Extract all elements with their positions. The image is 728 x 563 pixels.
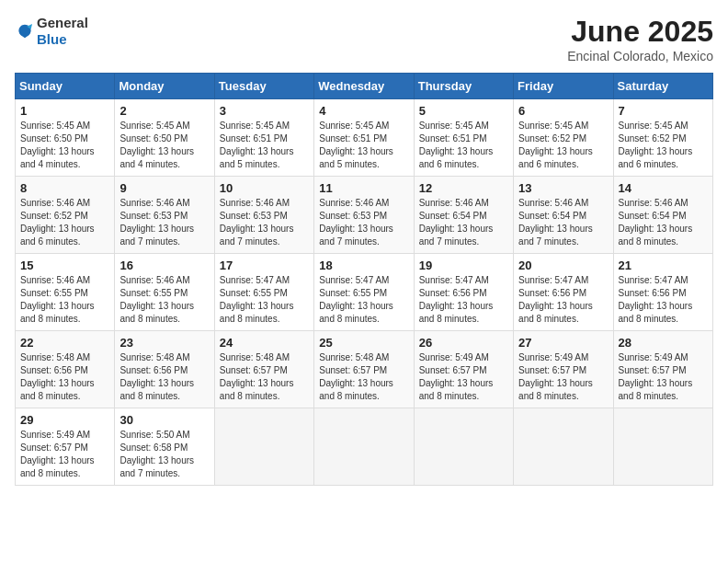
day-info: Sunrise: 5:45 AMSunset: 6:51 PMDaylight:…	[419, 120, 508, 171]
day-number: 8	[20, 181, 109, 195]
day-info: Sunrise: 5:48 AMSunset: 6:56 PMDaylight:…	[20, 351, 109, 403]
day-info: Sunrise: 5:49 AMSunset: 6:57 PMDaylight:…	[518, 351, 608, 403]
month-title: June 2025	[567, 15, 713, 49]
day-info: Sunrise: 5:47 AMSunset: 6:55 PMDaylight:…	[220, 274, 309, 326]
day-number: 6	[518, 104, 608, 118]
day-info: Sunrise: 5:48 AMSunset: 6:57 PMDaylight:…	[220, 351, 309, 403]
calendar-cell: 27Sunrise: 5:49 AMSunset: 6:57 PMDayligh…	[514, 331, 613, 408]
day-number: 13	[518, 181, 608, 195]
logo-text-block: General Blue	[37, 15, 88, 48]
day-info: Sunrise: 5:49 AMSunset: 6:57 PMDaylight:…	[20, 429, 109, 480]
calendar-cell: 26Sunrise: 5:49 AMSunset: 6:57 PMDayligh…	[414, 331, 513, 408]
day-number: 16	[119, 259, 209, 272]
calendar-week-1: 1Sunrise: 5:45 AMSunset: 6:50 PMDaylight…	[16, 99, 713, 177]
day-number: 7	[619, 104, 708, 118]
day-info: Sunrise: 5:45 AMSunset: 6:50 PMDaylight:…	[20, 120, 109, 171]
day-number: 15	[20, 259, 109, 272]
day-info: Sunrise: 5:46 AMSunset: 6:53 PMDaylight:…	[220, 197, 309, 248]
calendar-cell	[314, 408, 414, 486]
day-info: Sunrise: 5:47 AMSunset: 6:55 PMDaylight:…	[319, 274, 408, 326]
day-number: 17	[220, 259, 309, 272]
day-info: Sunrise: 5:45 AMSunset: 6:51 PMDaylight:…	[319, 120, 408, 171]
calendar-cell: 29Sunrise: 5:49 AMSunset: 6:57 PMDayligh…	[16, 408, 115, 486]
calendar-cell: 1Sunrise: 5:45 AMSunset: 6:50 PMDaylight…	[16, 99, 115, 177]
day-info: Sunrise: 5:46 AMSunset: 6:54 PMDaylight:…	[619, 197, 708, 248]
calendar-week-4: 22Sunrise: 5:48 AMSunset: 6:56 PMDayligh…	[16, 331, 713, 408]
calendar-cell	[613, 408, 712, 486]
calendar-cell	[414, 408, 513, 486]
day-number: 2	[119, 104, 209, 118]
calendar-cell: 20Sunrise: 5:47 AMSunset: 6:56 PMDayligh…	[514, 254, 613, 331]
calendar-cell: 2Sunrise: 5:45 AMSunset: 6:50 PMDaylight…	[115, 99, 214, 177]
day-info: Sunrise: 5:46 AMSunset: 6:53 PMDaylight:…	[319, 197, 408, 248]
day-number: 3	[220, 104, 309, 118]
title-block: June 2025 Encinal Colorado, Mexico	[567, 15, 713, 63]
day-number: 1	[20, 104, 109, 118]
calendar-header-row: SundayMondayTuesdayWednesdayThursdayFrid…	[16, 74, 713, 99]
calendar-cell: 9Sunrise: 5:46 AMSunset: 6:53 PMDaylight…	[115, 177, 214, 254]
calendar-cell: 21Sunrise: 5:47 AMSunset: 6:56 PMDayligh…	[613, 254, 712, 331]
calendar: SundayMondayTuesdayWednesdayThursdayFrid…	[15, 73, 713, 486]
day-number: 12	[419, 181, 508, 195]
calendar-cell: 7Sunrise: 5:45 AMSunset: 6:52 PMDaylight…	[613, 99, 712, 177]
day-info: Sunrise: 5:45 AMSunset: 6:52 PMDaylight:…	[518, 120, 608, 171]
day-number: 24	[220, 336, 309, 350]
day-info: Sunrise: 5:46 AMSunset: 6:53 PMDaylight:…	[119, 197, 209, 248]
day-header-sunday: Sunday	[16, 74, 115, 99]
calendar-cell: 12Sunrise: 5:46 AMSunset: 6:54 PMDayligh…	[414, 177, 513, 254]
logo-general: General Blue	[37, 15, 88, 48]
day-number: 26	[419, 336, 508, 350]
calendar-cell	[214, 408, 313, 486]
day-info: Sunrise: 5:46 AMSunset: 6:54 PMDaylight:…	[419, 197, 508, 248]
day-number: 30	[119, 413, 209, 427]
day-info: Sunrise: 5:49 AMSunset: 6:57 PMDaylight:…	[419, 351, 508, 403]
location: Encinal Colorado, Mexico	[567, 49, 713, 63]
day-number: 22	[20, 336, 109, 350]
day-info: Sunrise: 5:45 AMSunset: 6:52 PMDaylight:…	[619, 120, 708, 171]
calendar-cell: 3Sunrise: 5:45 AMSunset: 6:51 PMDaylight…	[214, 99, 313, 177]
day-header-friday: Friday	[514, 74, 613, 99]
calendar-cell: 28Sunrise: 5:49 AMSunset: 6:57 PMDayligh…	[613, 331, 712, 408]
day-info: Sunrise: 5:47 AMSunset: 6:56 PMDaylight:…	[518, 274, 608, 326]
day-number: 25	[319, 336, 408, 350]
calendar-cell: 17Sunrise: 5:47 AMSunset: 6:55 PMDayligh…	[214, 254, 313, 331]
day-number: 19	[419, 259, 508, 272]
logo: General Blue	[15, 15, 88, 48]
calendar-cell: 22Sunrise: 5:48 AMSunset: 6:56 PMDayligh…	[16, 331, 115, 408]
day-header-monday: Monday	[115, 74, 214, 99]
day-info: Sunrise: 5:50 AMSunset: 6:58 PMDaylight:…	[119, 429, 209, 480]
calendar-cell: 23Sunrise: 5:48 AMSunset: 6:56 PMDayligh…	[115, 331, 214, 408]
day-info: Sunrise: 5:48 AMSunset: 6:56 PMDaylight:…	[119, 351, 209, 403]
day-info: Sunrise: 5:45 AMSunset: 6:50 PMDaylight:…	[119, 120, 209, 171]
calendar-cell: 11Sunrise: 5:46 AMSunset: 6:53 PMDayligh…	[314, 177, 414, 254]
logo-icon	[15, 21, 35, 41]
calendar-week-5: 29Sunrise: 5:49 AMSunset: 6:57 PMDayligh…	[16, 408, 713, 486]
day-number: 21	[619, 259, 708, 272]
day-info: Sunrise: 5:48 AMSunset: 6:57 PMDaylight:…	[319, 351, 408, 403]
day-header-wednesday: Wednesday	[314, 74, 414, 99]
page-header: General Blue June 2025 Encinal Colorado,…	[15, 15, 713, 63]
calendar-cell: 14Sunrise: 5:46 AMSunset: 6:54 PMDayligh…	[613, 177, 712, 254]
day-number: 14	[619, 181, 708, 195]
day-info: Sunrise: 5:49 AMSunset: 6:57 PMDaylight:…	[619, 351, 708, 403]
calendar-week-3: 15Sunrise: 5:46 AMSunset: 6:55 PMDayligh…	[16, 254, 713, 331]
calendar-cell: 6Sunrise: 5:45 AMSunset: 6:52 PMDaylight…	[514, 99, 613, 177]
day-number: 10	[220, 181, 309, 195]
day-number: 5	[419, 104, 508, 118]
calendar-cell: 13Sunrise: 5:46 AMSunset: 6:54 PMDayligh…	[514, 177, 613, 254]
day-number: 29	[20, 413, 109, 427]
day-info: Sunrise: 5:45 AMSunset: 6:51 PMDaylight:…	[220, 120, 309, 171]
calendar-cell: 18Sunrise: 5:47 AMSunset: 6:55 PMDayligh…	[314, 254, 414, 331]
calendar-cell: 16Sunrise: 5:46 AMSunset: 6:55 PMDayligh…	[115, 254, 214, 331]
calendar-cell: 25Sunrise: 5:48 AMSunset: 6:57 PMDayligh…	[314, 331, 414, 408]
day-header-thursday: Thursday	[414, 74, 513, 99]
calendar-week-2: 8Sunrise: 5:46 AMSunset: 6:52 PMDaylight…	[16, 177, 713, 254]
day-header-tuesday: Tuesday	[214, 74, 313, 99]
day-info: Sunrise: 5:46 AMSunset: 6:52 PMDaylight:…	[20, 197, 109, 248]
day-info: Sunrise: 5:46 AMSunset: 6:55 PMDaylight:…	[119, 274, 209, 326]
calendar-cell: 4Sunrise: 5:45 AMSunset: 6:51 PMDaylight…	[314, 99, 414, 177]
day-info: Sunrise: 5:46 AMSunset: 6:54 PMDaylight:…	[518, 197, 608, 248]
day-number: 28	[619, 336, 708, 350]
day-number: 9	[119, 181, 209, 195]
day-number: 18	[319, 259, 408, 272]
